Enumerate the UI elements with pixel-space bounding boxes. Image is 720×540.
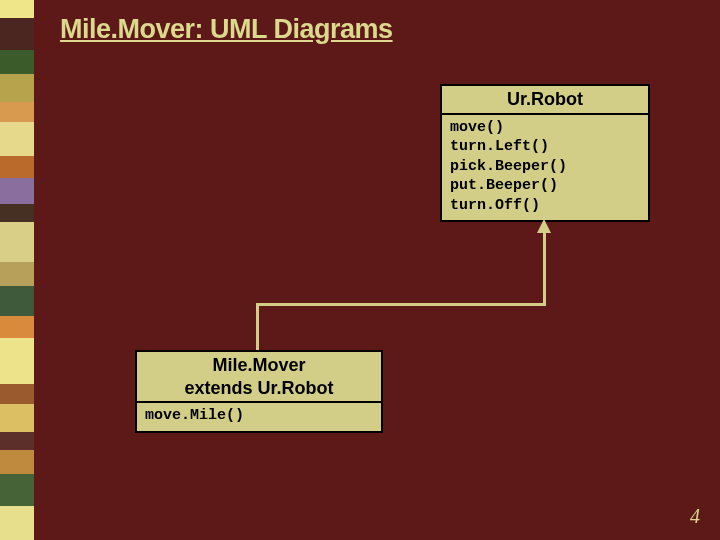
stripe-segment bbox=[0, 178, 34, 204]
uml-class-milemover-methods: move.Mile() bbox=[137, 403, 381, 431]
stripe-segment bbox=[0, 74, 34, 102]
slide-title: Mile.Mover: UML Diagrams bbox=[60, 14, 393, 45]
inheritance-line-vertical-right bbox=[543, 233, 546, 306]
stripe-segment bbox=[0, 450, 34, 474]
stripe-segment bbox=[0, 404, 34, 432]
stripe-segment bbox=[0, 122, 34, 156]
uml-class-milemover-title: Mile.Mover extends Ur.Robot bbox=[137, 352, 381, 403]
stripe-segment bbox=[0, 338, 34, 384]
decorative-stripe bbox=[0, 0, 34, 540]
uml-class-milemover: Mile.Mover extends Ur.Robot move.Mile() bbox=[135, 350, 383, 433]
stripe-segment bbox=[0, 204, 34, 222]
stripe-segment bbox=[0, 432, 34, 450]
stripe-segment bbox=[0, 316, 34, 338]
inheritance-line-vertical-left bbox=[256, 303, 259, 350]
uml-class-urrobot-methods: move() turn.Left() pick.Beeper() put.Bee… bbox=[442, 115, 648, 221]
stripe-segment bbox=[0, 474, 34, 506]
stripe-segment bbox=[0, 506, 34, 540]
inheritance-arrowhead bbox=[537, 219, 551, 233]
stripe-segment bbox=[0, 18, 34, 50]
page-number: 4 bbox=[690, 505, 700, 528]
uml-class-urrobot: Ur.Robot move() turn.Left() pick.Beeper(… bbox=[440, 84, 650, 222]
stripe-segment bbox=[0, 286, 34, 316]
stripe-segment bbox=[0, 222, 34, 262]
stripe-segment bbox=[0, 0, 34, 18]
stripe-segment bbox=[0, 102, 34, 122]
stripe-segment bbox=[0, 262, 34, 286]
uml-class-urrobot-title: Ur.Robot bbox=[442, 86, 648, 115]
stripe-segment bbox=[0, 156, 34, 178]
stripe-segment bbox=[0, 50, 34, 74]
slide: Mile.Mover: UML Diagrams Ur.Robot move()… bbox=[0, 0, 720, 540]
stripe-segment bbox=[0, 384, 34, 404]
inheritance-line-horizontal bbox=[256, 303, 546, 306]
